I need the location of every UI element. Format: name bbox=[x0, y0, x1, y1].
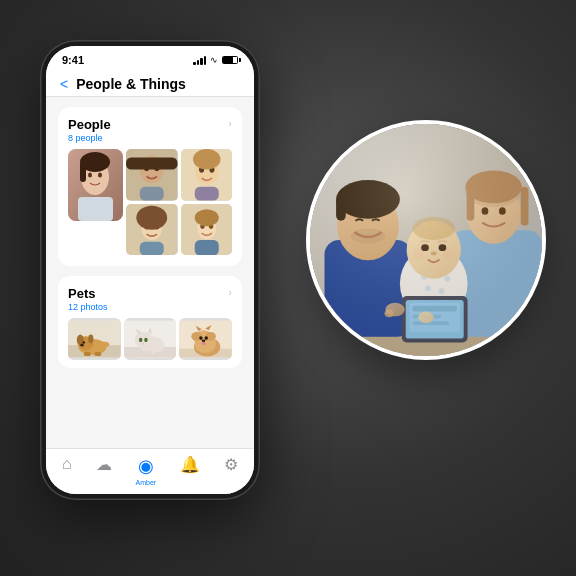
svg-point-37 bbox=[82, 341, 85, 344]
svg-point-30 bbox=[194, 209, 218, 226]
phone-screen: 9:41 ∿ < People & Things bbox=[46, 46, 254, 494]
people-section-header[interactable]: People 8 people › bbox=[68, 117, 232, 143]
people-thumb-1[interactable] bbox=[126, 149, 178, 201]
home-icon: ⌂ bbox=[62, 455, 72, 473]
svg-point-3 bbox=[98, 173, 102, 178]
pets-thumb-1[interactable] bbox=[68, 318, 121, 360]
svg-point-45 bbox=[134, 332, 152, 348]
tab-home[interactable]: ⌂ bbox=[62, 455, 72, 486]
cloud-icon: ☁ bbox=[96, 455, 112, 474]
amber-icon: ◉ bbox=[138, 455, 154, 477]
page-title: People & Things bbox=[76, 76, 186, 92]
nav-bar: < People & Things bbox=[46, 70, 254, 97]
svg-rect-18 bbox=[194, 187, 218, 201]
svg-rect-5 bbox=[80, 162, 86, 182]
svg-point-35 bbox=[77, 335, 84, 346]
pets-section-header[interactable]: Pets 12 photos › bbox=[68, 286, 232, 312]
people-main-photo[interactable] bbox=[68, 149, 123, 221]
battery-icon bbox=[222, 56, 238, 64]
phone-shell: 9:41 ∿ < People & Things bbox=[40, 40, 260, 500]
pets-thumb-3[interactable] bbox=[179, 318, 232, 360]
pets-chevron[interactable]: › bbox=[228, 286, 232, 298]
back-button[interactable]: < bbox=[60, 76, 68, 92]
screen-content: People 8 people › bbox=[46, 97, 254, 448]
people-grid bbox=[68, 149, 232, 258]
tab-bar: ⌂ ☁ ◉ Amber 🔔 ⚙ bbox=[46, 448, 254, 494]
bell-icon: 🔔 bbox=[180, 455, 200, 474]
status-icons: ∿ bbox=[193, 55, 238, 65]
svg-rect-24 bbox=[140, 241, 164, 255]
svg-point-2 bbox=[88, 173, 92, 178]
svg-point-17 bbox=[193, 149, 220, 170]
gear-icon: ⚙ bbox=[224, 455, 238, 474]
svg-point-49 bbox=[144, 338, 148, 342]
pets-subtitle: 12 photos bbox=[68, 302, 108, 312]
pets-grid bbox=[68, 318, 232, 360]
people-thumb-4[interactable] bbox=[181, 204, 233, 256]
pets-title: Pets bbox=[68, 286, 108, 301]
wifi-icon: ∿ bbox=[210, 55, 218, 65]
pets-section-titles: Pets 12 photos bbox=[68, 286, 108, 312]
people-thumb-3[interactable] bbox=[126, 204, 178, 256]
tab-settings[interactable]: ⚙ bbox=[224, 455, 238, 486]
family-photo-inner bbox=[310, 124, 542, 356]
svg-point-39 bbox=[100, 342, 109, 347]
svg-point-40 bbox=[84, 352, 91, 356]
people-title: People bbox=[68, 117, 111, 132]
svg-rect-6 bbox=[78, 197, 113, 221]
svg-point-51 bbox=[142, 350, 151, 355]
svg-point-36 bbox=[88, 335, 93, 344]
pets-section: Pets 12 photos › bbox=[58, 276, 242, 368]
pets-thumb-2[interactable] bbox=[124, 318, 177, 360]
svg-rect-12 bbox=[140, 187, 164, 201]
people-subtitle: 8 people bbox=[68, 133, 111, 143]
svg-point-65 bbox=[202, 342, 206, 346]
svg-point-23 bbox=[136, 205, 167, 229]
svg-point-62 bbox=[200, 336, 204, 340]
signal-icon bbox=[193, 55, 206, 65]
status-time: 9:41 bbox=[62, 54, 84, 66]
people-section: People 8 people › bbox=[58, 107, 242, 266]
tab-amber[interactable]: ◉ Amber bbox=[136, 455, 157, 486]
svg-point-41 bbox=[94, 352, 101, 356]
tab-cloud[interactable]: ☁ bbox=[96, 455, 112, 486]
amber-label: Amber bbox=[136, 479, 157, 486]
people-chevron[interactable]: › bbox=[228, 117, 232, 129]
tab-notifications[interactable]: 🔔 bbox=[180, 455, 200, 486]
people-sub-grid bbox=[126, 149, 232, 255]
svg-point-63 bbox=[205, 336, 209, 340]
svg-rect-11 bbox=[126, 158, 178, 170]
status-bar: 9:41 ∿ bbox=[46, 46, 254, 70]
svg-rect-29 bbox=[194, 240, 218, 255]
svg-point-38 bbox=[80, 344, 84, 347]
people-thumb-2[interactable] bbox=[181, 149, 233, 201]
svg-rect-104 bbox=[310, 124, 542, 356]
svg-point-52 bbox=[154, 352, 161, 356]
family-photo bbox=[306, 120, 546, 360]
scene: 9:41 ∿ < People & Things bbox=[0, 0, 576, 576]
people-section-titles: People 8 people bbox=[68, 117, 111, 143]
svg-point-48 bbox=[139, 338, 143, 342]
